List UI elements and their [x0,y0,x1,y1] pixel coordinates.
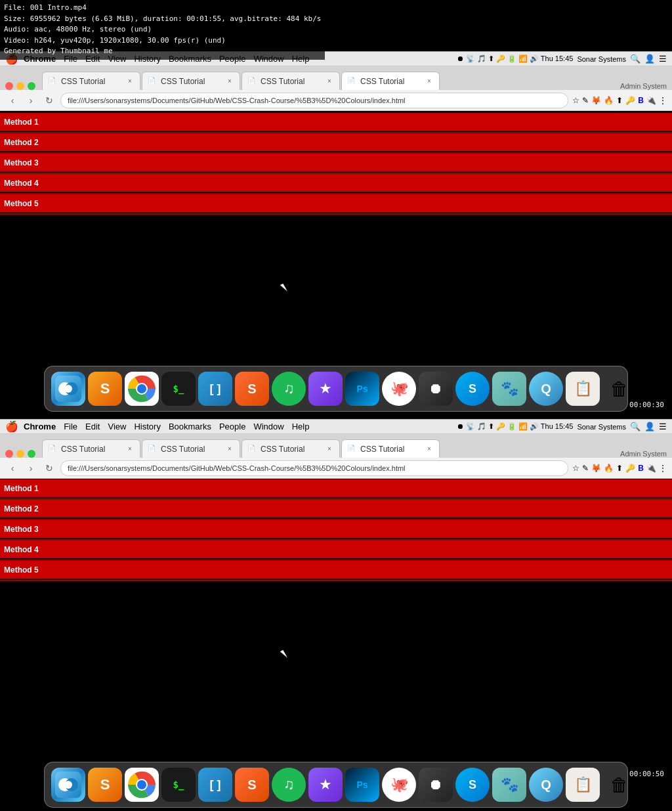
dock-trash-top[interactable]: 🗑 [602,372,637,406]
ext-icon-bottom[interactable]: ⬆ [616,464,623,473]
dock-chrome-top[interactable] [125,372,159,406]
user-icon-bottom[interactable]: 👤 [644,422,655,431]
tab-1-close[interactable]: × [125,77,135,86]
tab-3-close[interactable]: × [325,77,334,86]
b-icon-top[interactable]: B [638,96,644,105]
search-icon-bottom[interactable]: 🔍 [630,422,640,431]
fire-icon-bottom[interactable]: 🔥 [604,464,614,473]
bookmark-icon-bottom[interactable]: ☆ [572,464,579,473]
fox-icon-top[interactable]: 🦊 [591,96,601,105]
reload-button-top[interactable]: ↻ [42,93,56,108]
minimize-btn-bottom[interactable] [16,450,24,458]
dock-github-top[interactable]: 🐙 [382,372,416,406]
dock-spotify-bottom[interactable]: ♫ [272,768,306,802]
tab-4-close[interactable]: × [425,77,434,86]
ext-icon-top[interactable]: ⬆ [616,96,623,105]
ext2-icon-top[interactable]: 🔌 [646,96,656,105]
dock-slides-bottom[interactable]: S [88,768,122,802]
dock-obs-top[interactable]: ⏺ [419,372,453,406]
dock-brackets-bottom[interactable]: [ ] [198,768,232,802]
back-button-bottom[interactable]: ‹ [5,461,20,475]
tab-b3[interactable]: 📄 CSS Tutorial × [242,439,340,458]
view-menu-bottom[interactable]: View [108,422,126,431]
maximize-btn-bottom[interactable] [28,450,35,458]
dock-slides-top[interactable]: S [88,372,122,406]
help-menu-bottom[interactable]: Help [292,422,310,431]
tab-b4-favicon: 📄 [347,445,356,454]
dock-finder-bottom[interactable] [51,768,85,802]
dock-clipboard-bottom[interactable]: 📋 [566,768,600,802]
b-icon-bottom[interactable]: B [638,464,644,473]
dock-github-bottom[interactable]: 🐙 [382,768,416,802]
maximize-btn-top[interactable] [28,82,35,90]
method-div-3-bottom: Method 3 [0,520,672,538]
tab-b4[interactable]: 📄 CSS Tutorial × [341,439,440,458]
forward-button-top[interactable]: › [24,93,38,108]
tab-2-close[interactable]: × [225,77,234,86]
fire-icon-top[interactable]: 🔥 [604,96,614,105]
tab-4[interactable]: 📄 CSS Tutorial × [341,72,440,90]
chrome-menu-item-bottom[interactable]: Chrome [24,422,56,431]
bookmarks-menu-bottom[interactable]: Bookmarks [169,422,211,431]
dock-sublime-bottom[interactable]: S [235,768,269,802]
url-bar-top[interactable]: file:///Users/sonarsystems/Documents/Git… [60,93,568,108]
dock-sublime-top[interactable]: S [235,372,269,406]
forward-button-bottom[interactable]: › [24,461,38,475]
more-icon-top[interactable]: ⋮ [659,96,667,105]
dock-find-bottom[interactable]: Q [529,768,563,802]
pencil-icon-top[interactable]: ✎ [582,96,589,105]
dock-terminal-bottom[interactable]: $_ [161,768,196,802]
edit-menu-bottom[interactable]: Edit [85,422,100,431]
tab-2[interactable]: 📄 CSS Tutorial × [142,72,240,90]
dock-find-top[interactable]: Q [529,372,563,406]
people-menu-bottom[interactable]: People [219,422,245,431]
dock-skype-top[interactable]: S [455,372,490,406]
tab-b2-close[interactable]: × [225,445,234,454]
method-div-5-bottom: Method 5 [0,561,672,579]
bookmark-icon-top[interactable]: ☆ [572,96,579,105]
tab-b2[interactable]: 📄 CSS Tutorial × [142,439,240,458]
list-icon[interactable]: ☰ [659,54,667,64]
dock-photoshop-top[interactable]: Ps [345,372,379,406]
key-icon-top[interactable]: 🔑 [625,96,635,105]
reload-button-bottom[interactable]: ↻ [42,461,56,475]
tab-b1-close[interactable]: × [125,445,135,454]
dock-photoshop-bottom[interactable]: Ps [345,768,379,802]
tab-b1[interactable]: 📄 CSS Tutorial × [42,439,140,458]
admin-system-bottom: Admin System [620,450,667,458]
dock-chrome-bottom[interactable] [125,768,159,802]
tab-3[interactable]: 📄 CSS Tutorial × [242,72,340,90]
close-btn-top[interactable] [5,82,13,90]
dock-imovie-top[interactable]: ★ [308,372,343,406]
more-icon-bottom[interactable]: ⋮ [659,464,667,473]
user-icon[interactable]: 👤 [644,54,655,64]
url-bar-bottom[interactable]: file:///Users/sonarsystems/Documents/Git… [60,460,568,476]
ext2-icon-bottom[interactable]: 🔌 [646,464,656,473]
close-btn-bottom[interactable] [5,450,13,458]
tab-b4-close[interactable]: × [425,445,434,454]
dock-brackets-top[interactable]: [ ] [198,372,232,406]
dock-claquette-bottom[interactable]: 🐾 [492,768,526,802]
file-menu-bottom[interactable]: File [64,422,77,431]
dock-trash-bottom[interactable]: 🗑 [602,768,637,802]
window-menu-bottom[interactable]: Window [253,422,284,431]
dock-imovie-bottom[interactable]: ★ [308,768,343,802]
pencil-icon-bottom[interactable]: ✎ [582,464,589,473]
key-icon-bottom[interactable]: 🔑 [625,464,635,473]
dock-finder-top[interactable] [51,372,85,406]
dock-terminal-top[interactable]: $_ [161,372,196,406]
dock-clipboard-top[interactable]: 📋 [566,372,600,406]
history-menu-bottom[interactable]: History [134,422,160,431]
tab-1[interactable]: 📄 CSS Tutorial × [42,72,140,90]
dock-claquette-top[interactable]: 🐾 [492,372,526,406]
tab-b3-close[interactable]: × [325,445,334,454]
list-icon-bottom[interactable]: ☰ [659,422,667,431]
minimize-btn-top[interactable] [16,82,24,90]
dock-obs-bottom[interactable]: ⏺ [419,768,453,802]
method-1-label-top: Method 1 [0,118,39,127]
dock-spotify-top[interactable]: ♫ [272,372,306,406]
fox-icon-bottom[interactable]: 🦊 [591,464,601,473]
search-icon[interactable]: 🔍 [630,54,640,64]
dock-skype-bottom[interactable]: S [455,768,490,802]
back-button-top[interactable]: ‹ [5,93,20,108]
